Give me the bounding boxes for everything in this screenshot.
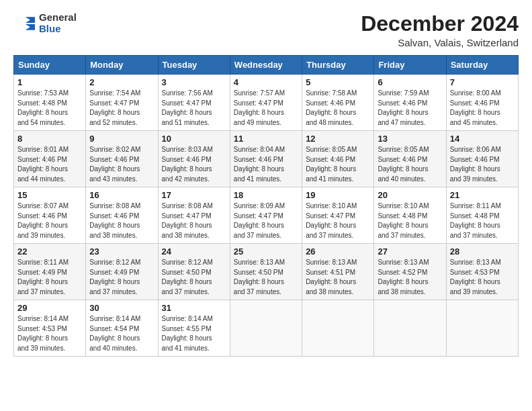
header-thursday: Thursday [302, 56, 374, 75]
day-number: 26 [306, 246, 370, 257]
day-number: 5 [306, 77, 370, 87]
day-number: 3 [162, 77, 226, 87]
day-number: 18 [234, 190, 298, 200]
day-number: 23 [89, 246, 154, 257]
page: General Blue December 2024 Salvan, Valai… [0, 0, 532, 363]
calendar-week-3: 15 Sunrise: 8:07 AMSunset: 4:46 PMDaylig… [14, 187, 519, 244]
calendar-cell: 20 Sunrise: 8:10 AMSunset: 4:48 PMDaylig… [374, 187, 446, 244]
day-detail: Sunrise: 8:00 AMSunset: 4:46 PMDaylight:… [450, 89, 515, 128]
calendar-cell: 18 Sunrise: 8:09 AMSunset: 4:47 PMDaylig… [230, 187, 302, 244]
day-detail: Sunrise: 7:53 AMSunset: 4:48 PMDaylight:… [17, 89, 82, 128]
calendar-cell: 11 Sunrise: 8:04 AMSunset: 4:46 PMDaylig… [230, 131, 302, 187]
calendar-cell: 10 Sunrise: 8:03 AMSunset: 4:46 PMDaylig… [158, 131, 230, 187]
logo-icon [13, 14, 35, 33]
calendar-cell: 5 Sunrise: 7:58 AMSunset: 4:46 PMDayligh… [302, 75, 374, 131]
day-number: 7 [450, 77, 515, 87]
day-detail: Sunrise: 7:56 AMSunset: 4:47 PMDaylight:… [162, 89, 226, 128]
calendar-header-row: Sunday Monday Tuesday Wednesday Thursday… [14, 56, 519, 75]
calendar-table: Sunday Monday Tuesday Wednesday Thursday… [13, 55, 519, 357]
main-title: December 2024 [361, 12, 519, 36]
day-number: 1 [17, 77, 82, 87]
calendar-cell: 24 Sunrise: 8:12 AMSunset: 4:50 PMDaylig… [158, 244, 230, 300]
header-sunday: Sunday [14, 56, 86, 75]
day-number: 20 [378, 190, 442, 200]
day-number: 28 [450, 246, 515, 257]
day-detail: Sunrise: 8:11 AMSunset: 4:49 PMDaylight:… [17, 258, 82, 297]
day-detail: Sunrise: 8:14 AMSunset: 4:53 PMDaylight:… [17, 314, 82, 353]
header-monday: Monday [86, 56, 158, 75]
day-detail: Sunrise: 8:13 AMSunset: 4:51 PMDaylight:… [306, 258, 370, 297]
calendar-cell: 28 Sunrise: 8:13 AMSunset: 4:53 PMDaylig… [446, 244, 518, 300]
logo-text: General Blue [39, 12, 77, 34]
calendar-week-4: 22 Sunrise: 8:11 AMSunset: 4:49 PMDaylig… [14, 244, 519, 300]
day-number: 14 [450, 134, 515, 144]
day-detail: Sunrise: 8:13 AMSunset: 4:52 PMDaylight:… [378, 258, 442, 297]
day-number: 17 [162, 190, 226, 200]
day-detail: Sunrise: 8:13 AMSunset: 4:53 PMDaylight:… [450, 258, 515, 297]
day-detail: Sunrise: 8:03 AMSunset: 4:46 PMDaylight:… [162, 145, 226, 184]
header-saturday: Saturday [446, 56, 518, 75]
calendar-cell: 19 Sunrise: 8:10 AMSunset: 4:47 PMDaylig… [302, 187, 374, 244]
day-number: 2 [89, 77, 154, 87]
calendar-cell: 9 Sunrise: 8:02 AMSunset: 4:46 PMDayligh… [86, 131, 158, 187]
logo: General Blue [13, 12, 77, 34]
calendar-cell: 22 Sunrise: 8:11 AMSunset: 4:49 PMDaylig… [14, 244, 86, 300]
header: General Blue December 2024 Salvan, Valai… [13, 12, 519, 48]
day-detail: Sunrise: 8:09 AMSunset: 4:47 PMDaylight:… [234, 201, 298, 240]
day-detail: Sunrise: 7:58 AMSunset: 4:46 PMDaylight:… [306, 89, 370, 128]
day-number: 4 [234, 77, 298, 87]
day-detail: Sunrise: 7:59 AMSunset: 4:46 PMDaylight:… [378, 89, 442, 128]
calendar-cell [302, 300, 374, 357]
day-number: 16 [89, 190, 154, 200]
day-number: 19 [306, 190, 370, 200]
header-tuesday: Tuesday [158, 56, 230, 75]
day-number: 15 [17, 190, 82, 200]
day-detail: Sunrise: 8:08 AMSunset: 4:46 PMDaylight:… [89, 201, 154, 240]
day-number: 12 [306, 134, 370, 144]
day-number: 22 [17, 246, 82, 257]
logo-general-text: General [39, 12, 77, 24]
day-detail: Sunrise: 8:01 AMSunset: 4:46 PMDaylight:… [17, 145, 82, 184]
day-detail: Sunrise: 8:11 AMSunset: 4:48 PMDaylight:… [450, 201, 515, 240]
day-number: 6 [378, 77, 442, 87]
day-number: 31 [162, 303, 226, 313]
day-number: 13 [378, 134, 442, 144]
calendar-week-2: 8 Sunrise: 8:01 AMSunset: 4:46 PMDayligh… [14, 131, 519, 187]
day-number: 9 [89, 134, 154, 144]
calendar-cell: 30 Sunrise: 8:14 AMSunset: 4:54 PMDaylig… [86, 300, 158, 357]
day-detail: Sunrise: 8:05 AMSunset: 4:46 PMDaylight:… [306, 145, 370, 184]
day-detail: Sunrise: 8:14 AMSunset: 4:55 PMDaylight:… [162, 314, 226, 353]
day-number: 21 [450, 190, 515, 200]
calendar-cell: 15 Sunrise: 8:07 AMSunset: 4:46 PMDaylig… [14, 187, 86, 244]
day-number: 8 [17, 134, 82, 144]
calendar-cell: 7 Sunrise: 8:00 AMSunset: 4:46 PMDayligh… [446, 75, 518, 131]
day-detail: Sunrise: 7:57 AMSunset: 4:47 PMDaylight:… [234, 89, 298, 128]
day-detail: Sunrise: 8:10 AMSunset: 4:48 PMDaylight:… [378, 201, 442, 240]
calendar-cell: 13 Sunrise: 8:05 AMSunset: 4:46 PMDaylig… [374, 131, 446, 187]
calendar-cell: 1 Sunrise: 7:53 AMSunset: 4:48 PMDayligh… [14, 75, 86, 131]
day-detail: Sunrise: 8:07 AMSunset: 4:46 PMDaylight:… [17, 201, 82, 240]
day-detail: Sunrise: 7:54 AMSunset: 4:47 PMDaylight:… [89, 89, 154, 128]
day-detail: Sunrise: 8:08 AMSunset: 4:47 PMDaylight:… [162, 201, 226, 240]
logo-blue-text: Blue [39, 24, 77, 35]
day-detail: Sunrise: 8:12 AMSunset: 4:49 PMDaylight:… [89, 258, 154, 297]
day-detail: Sunrise: 8:12 AMSunset: 4:50 PMDaylight:… [162, 258, 226, 297]
day-detail: Sunrise: 8:02 AMSunset: 4:46 PMDaylight:… [89, 145, 154, 184]
calendar-cell: 8 Sunrise: 8:01 AMSunset: 4:46 PMDayligh… [14, 131, 86, 187]
day-number: 27 [378, 246, 442, 257]
calendar-cell: 3 Sunrise: 7:56 AMSunset: 4:47 PMDayligh… [158, 75, 230, 131]
header-wednesday: Wednesday [230, 56, 302, 75]
calendar-cell: 12 Sunrise: 8:05 AMSunset: 4:46 PMDaylig… [302, 131, 374, 187]
day-detail: Sunrise: 8:05 AMSunset: 4:46 PMDaylight:… [378, 145, 442, 184]
day-number: 11 [234, 134, 298, 144]
calendar-cell: 14 Sunrise: 8:06 AMSunset: 4:46 PMDaylig… [446, 131, 518, 187]
day-number: 10 [162, 134, 226, 144]
calendar-week-5: 29 Sunrise: 8:14 AMSunset: 4:53 PMDaylig… [14, 300, 519, 357]
calendar-cell: 16 Sunrise: 8:08 AMSunset: 4:46 PMDaylig… [86, 187, 158, 244]
calendar-cell: 29 Sunrise: 8:14 AMSunset: 4:53 PMDaylig… [14, 300, 86, 357]
day-number: 24 [162, 246, 226, 257]
day-detail: Sunrise: 8:10 AMSunset: 4:47 PMDaylight:… [306, 201, 370, 240]
calendar-cell: 26 Sunrise: 8:13 AMSunset: 4:51 PMDaylig… [302, 244, 374, 300]
day-detail: Sunrise: 8:13 AMSunset: 4:50 PMDaylight:… [234, 258, 298, 297]
calendar-cell: 27 Sunrise: 8:13 AMSunset: 4:52 PMDaylig… [374, 244, 446, 300]
